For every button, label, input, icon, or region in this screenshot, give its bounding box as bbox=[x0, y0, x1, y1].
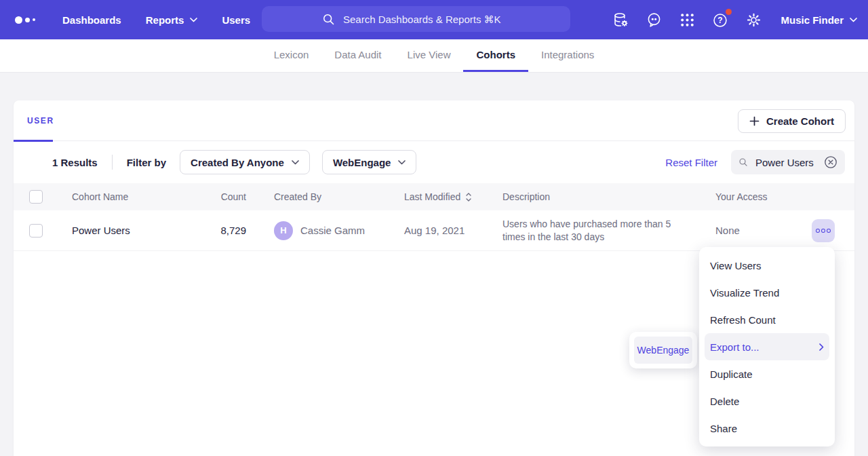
column-description: Description bbox=[489, 191, 702, 202]
menu-item-view-users[interactable]: View Users bbox=[705, 252, 829, 279]
row-more-actions-button[interactable] bbox=[812, 219, 835, 242]
nav-right-actions: ? Music Finder bbox=[612, 0, 857, 39]
search-icon bbox=[738, 156, 748, 168]
menu-item-export-to[interactable]: Export to... bbox=[705, 333, 829, 360]
tab-cohorts[interactable]: Cohorts bbox=[463, 39, 528, 72]
card-header: USER Create Cohort bbox=[14, 100, 854, 141]
tab-lexicon[interactable]: Lexicon bbox=[261, 39, 322, 72]
more-dots-icon bbox=[827, 229, 831, 233]
nav-item-users[interactable]: Users bbox=[210, 9, 262, 31]
results-count: 1 Results bbox=[52, 157, 98, 168]
row-checkbox[interactable] bbox=[29, 224, 43, 238]
more-dots-icon bbox=[816, 229, 820, 233]
chevron-down-icon bbox=[292, 160, 299, 165]
sort-icon bbox=[466, 193, 471, 202]
menu-item-label: Duplicate bbox=[710, 368, 753, 380]
menu-item-visualize-trend[interactable]: Visualize Trend bbox=[705, 279, 829, 306]
webengage-filter-dropdown[interactable]: WebEngage bbox=[322, 150, 417, 174]
tab-label: Live View bbox=[408, 49, 451, 60]
nav-links: Dashboards Reports Users bbox=[50, 9, 262, 31]
apps-grid-icon[interactable] bbox=[678, 11, 696, 28]
svg-text:?: ? bbox=[717, 16, 722, 25]
menu-item-label: Visualize Trend bbox=[710, 287, 779, 299]
tab-integrations[interactable]: Integrations bbox=[528, 39, 607, 72]
filter-by-label: Filter by bbox=[127, 157, 166, 168]
cohort-description: Users who have purchased more than 5 tim… bbox=[489, 218, 702, 244]
menu-item-share[interactable]: Share bbox=[705, 415, 829, 442]
active-tab-underline bbox=[14, 140, 53, 142]
tab-live-view[interactable]: Live View bbox=[395, 39, 464, 72]
submenu-item-webengage[interactable]: WebEngage bbox=[634, 337, 692, 364]
dropdown-value: WebEngage bbox=[333, 157, 391, 168]
chevron-right-icon bbox=[819, 343, 824, 351]
top-navbar: Dashboards Reports Users bbox=[0, 0, 868, 39]
column-created-by: Created By bbox=[246, 191, 391, 202]
filter-bar: 1 Results Filter by Created By Anyone We… bbox=[14, 141, 854, 183]
plus-icon bbox=[749, 116, 760, 126]
menu-item-delete[interactable]: Delete bbox=[705, 387, 829, 415]
create-cohort-label: Create Cohort bbox=[766, 115, 834, 127]
search-icon bbox=[322, 13, 335, 26]
select-all-checkbox[interactable] bbox=[29, 190, 43, 204]
menu-item-label: Delete bbox=[710, 396, 739, 407]
divider bbox=[112, 155, 113, 170]
cohort-table-row[interactable]: Power Users 8,729 H Cassie Gamm Aug 19, … bbox=[14, 210, 854, 251]
reset-filter-link[interactable]: Reset Filter bbox=[665, 157, 717, 168]
column-last-modified: Last Modified bbox=[404, 191, 460, 202]
menu-item-label: Export to... bbox=[710, 341, 760, 353]
export-submenu: WebEngage bbox=[629, 332, 697, 368]
dropdown-value: Created By Anyone bbox=[191, 157, 284, 168]
menu-item-label: Share bbox=[710, 423, 737, 434]
notification-badge bbox=[726, 9, 732, 15]
last-modified-date: Aug 19, 2021 bbox=[391, 225, 489, 236]
section-tabs: Lexicon Data Audit Live View Cohorts Int… bbox=[0, 39, 868, 73]
tab-label: Lexicon bbox=[274, 49, 309, 60]
global-search-input[interactable] bbox=[342, 13, 510, 26]
created-by-filter-dropdown[interactable]: Created By Anyone bbox=[180, 150, 310, 174]
nav-item-label: Reports bbox=[146, 14, 184, 26]
create-cohort-button[interactable]: Create Cohort bbox=[738, 109, 846, 133]
project-switcher[interactable]: Music Finder bbox=[781, 14, 857, 26]
app-logo[interactable] bbox=[15, 16, 35, 24]
row-context-menu: View Users Visualize Trend Refresh Count… bbox=[699, 247, 835, 446]
feedback-icon[interactable] bbox=[645, 11, 663, 28]
cohort-count: 8,729 bbox=[170, 225, 246, 236]
chevron-down-icon bbox=[190, 18, 197, 22]
data-management-icon[interactable] bbox=[612, 11, 629, 28]
user-section-tab[interactable]: USER bbox=[27, 116, 54, 126]
column-cohort-name: Cohort Name bbox=[72, 191, 170, 202]
column-last-modified-sort[interactable]: Last Modified bbox=[404, 191, 471, 202]
nav-item-dashboards[interactable]: Dashboards bbox=[50, 9, 134, 31]
tab-label: Integrations bbox=[541, 49, 594, 60]
table-header: Cohort Name Count Created By Last Modifi… bbox=[14, 183, 854, 210]
more-dots-icon bbox=[821, 229, 825, 233]
chevron-down-icon bbox=[398, 160, 406, 165]
tab-label: Data Audit bbox=[334, 49, 381, 60]
menu-item-duplicate[interactable]: Duplicate bbox=[705, 360, 829, 387]
clear-search-icon[interactable] bbox=[824, 155, 837, 169]
global-search[interactable] bbox=[262, 6, 570, 32]
settings-gear-icon[interactable] bbox=[745, 11, 762, 28]
menu-item-label: Refresh Count bbox=[710, 314, 776, 326]
chevron-down-icon bbox=[850, 18, 857, 22]
menu-item-refresh-count[interactable]: Refresh Count bbox=[705, 306, 829, 333]
tab-label: Cohorts bbox=[476, 49, 515, 60]
nav-item-label: Users bbox=[222, 14, 250, 26]
column-count: Count bbox=[170, 191, 246, 202]
nav-item-label: Dashboards bbox=[62, 14, 121, 26]
avatar: H bbox=[274, 221, 293, 240]
nav-item-reports[interactable]: Reports bbox=[134, 9, 210, 31]
cohort-name[interactable]: Power Users bbox=[72, 225, 170, 236]
cohort-search-input[interactable] bbox=[754, 156, 818, 169]
created-by-name: Cassie Gamm bbox=[300, 225, 365, 236]
tab-data-audit[interactable]: Data Audit bbox=[321, 39, 394, 72]
help-icon[interactable]: ? bbox=[711, 11, 729, 28]
project-name: Music Finder bbox=[781, 14, 844, 26]
menu-item-label: View Users bbox=[710, 260, 762, 271]
your-access-value: None bbox=[702, 225, 812, 236]
column-your-access: Your Access bbox=[702, 191, 812, 202]
cohort-search-box[interactable] bbox=[731, 150, 845, 174]
